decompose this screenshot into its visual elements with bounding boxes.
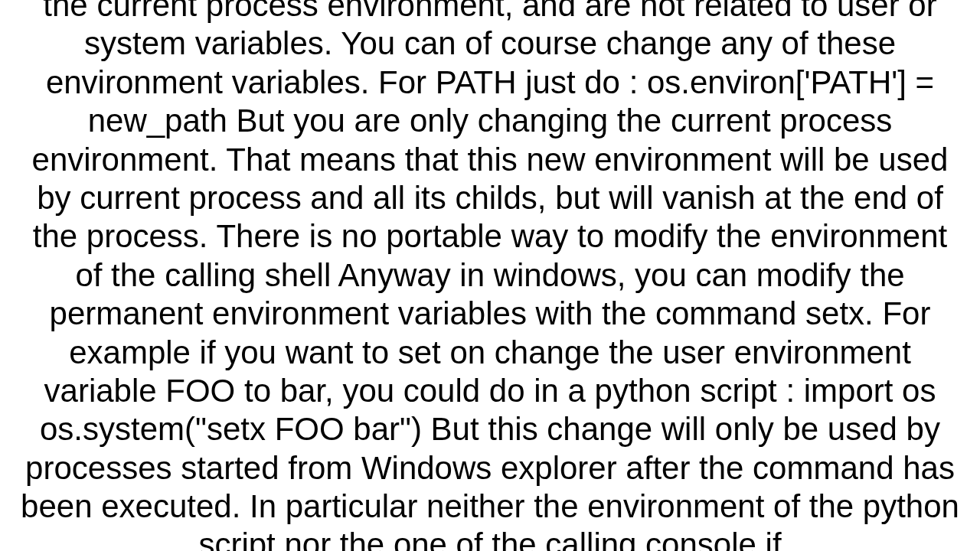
document-body-text: the current process environment, and are… <box>15 0 965 551</box>
document-viewport: the current process environment, and are… <box>0 0 980 551</box>
